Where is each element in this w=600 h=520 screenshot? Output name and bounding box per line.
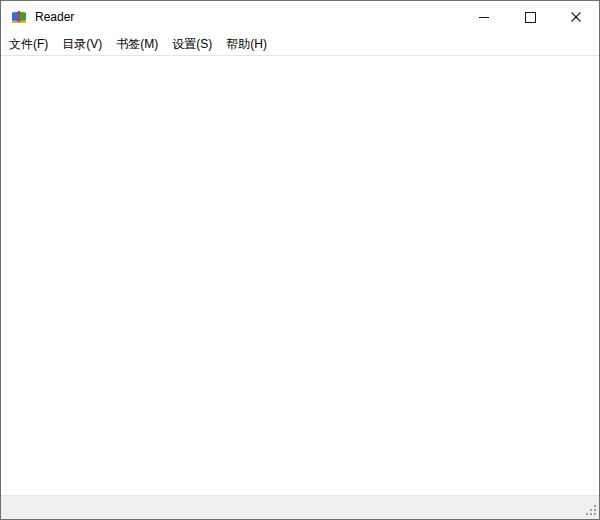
window-controls <box>461 1 599 33</box>
maximize-button[interactable] <box>507 1 553 33</box>
title-bar[interactable]: Reader <box>1 1 599 33</box>
menu-bar: 文件(F) 目录(V) 书签(M) 设置(S) 帮助(H) <box>1 33 599 56</box>
status-text <box>1 501 9 513</box>
menu-item-file[interactable]: 文件(F) <box>2 33 55 55</box>
status-bar <box>1 495 599 519</box>
content-area <box>1 56 599 495</box>
reader-window: Reader 文件(F) 目录(V) 书签(M) 设置(S) 帮助(H) <box>0 0 600 520</box>
close-button[interactable] <box>553 1 599 33</box>
menu-item-settings[interactable]: 设置(S) <box>165 33 219 55</box>
maximize-icon <box>525 12 536 23</box>
resize-grip-icon[interactable] <box>584 504 597 517</box>
minimize-icon <box>479 17 489 18</box>
menu-item-contents[interactable]: 目录(V) <box>55 33 109 55</box>
menu-item-help[interactable]: 帮助(H) <box>219 33 274 55</box>
minimize-button[interactable] <box>461 1 507 33</box>
menu-item-bookmarks[interactable]: 书签(M) <box>109 33 165 55</box>
window-title: Reader <box>35 10 74 24</box>
close-icon <box>571 12 581 22</box>
book-icon <box>11 9 27 25</box>
